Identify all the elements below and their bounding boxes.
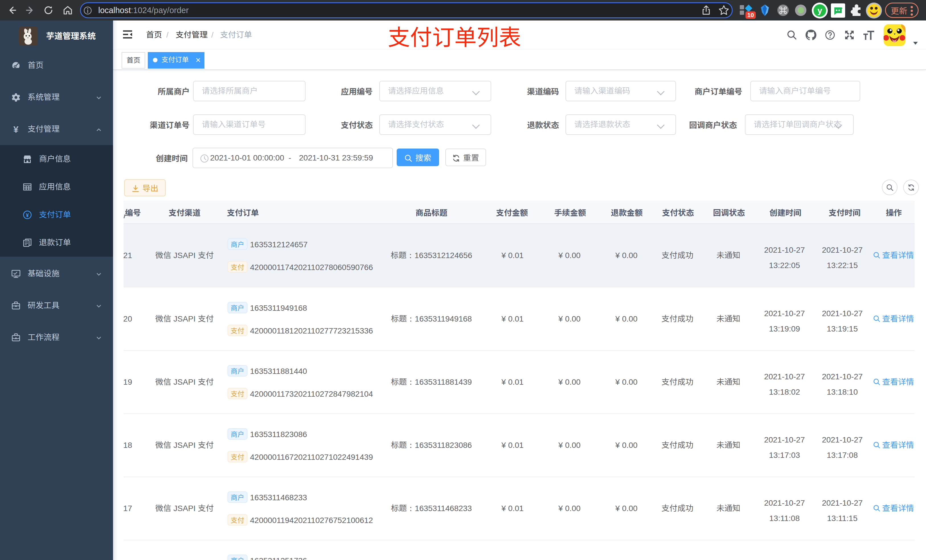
svg-text:y: y <box>817 6 822 15</box>
svg-text:¥: ¥ <box>26 213 29 218</box>
svg-text:10: 10 <box>747 12 754 18</box>
svg-text:¥: ¥ <box>14 125 18 134</box>
